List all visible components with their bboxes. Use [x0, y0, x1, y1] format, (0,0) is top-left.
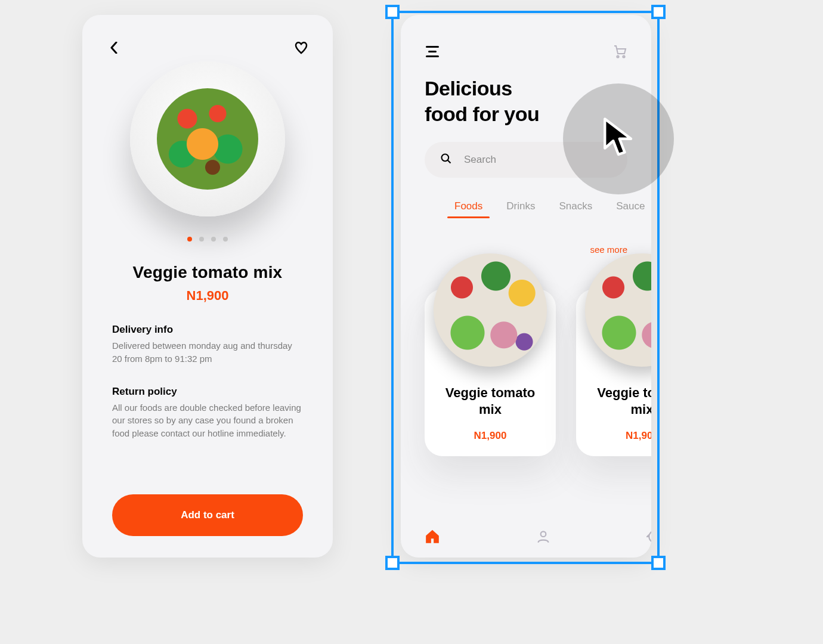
- food-card[interactable]: Veggie tomato mix N1,900: [425, 289, 556, 456]
- svg-point-5: [649, 531, 651, 543]
- nav-user-icon[interactable]: [536, 529, 551, 547]
- food-image: [434, 253, 547, 367]
- food-image: [585, 253, 651, 367]
- search-icon: [440, 153, 452, 167]
- product-title: Veggie tomato mix: [82, 263, 333, 282]
- product-price: N1,900: [82, 288, 333, 304]
- menu-icon[interactable]: [425, 44, 440, 59]
- food-price: N1,900: [425, 430, 556, 442]
- delivery-heading: Delivery info: [112, 324, 303, 336]
- delivery-section: Delivery info Delivered between monday a…: [82, 324, 333, 366]
- home-header: [401, 15, 651, 59]
- food-price: N1,900: [576, 430, 651, 442]
- svg-line-3: [448, 160, 451, 163]
- food-card[interactable]: Veggie tomato mix N1,900: [576, 289, 651, 456]
- svg-point-0: [617, 55, 618, 57]
- cart-icon[interactable]: [612, 44, 627, 59]
- svg-point-4: [541, 531, 546, 537]
- tab-drinks[interactable]: Drinks: [506, 200, 535, 218]
- hero-line-2: food for you: [425, 103, 539, 125]
- tab-sauce[interactable]: Sauce: [616, 200, 645, 218]
- tab-foods[interactable]: Foods: [454, 200, 482, 218]
- cursor-indicator: [563, 83, 674, 194]
- hero-line-1: Delicious: [425, 77, 512, 100]
- resize-handle-tr[interactable]: [651, 5, 666, 19]
- back-icon[interactable]: [106, 40, 122, 55]
- nav-history-icon[interactable]: [646, 529, 651, 547]
- tab-snacks[interactable]: Snacks: [559, 200, 592, 218]
- return-section: Return policy All our foods are double c…: [82, 386, 333, 440]
- detail-screen: Veggie tomato mix N1,900 Delivery info D…: [82, 15, 333, 558]
- gallery-dots[interactable]: [187, 237, 228, 242]
- gallery-dot[interactable]: [211, 237, 216, 242]
- product-image: [130, 61, 285, 216]
- cursor-icon: [601, 117, 636, 161]
- gallery-dot[interactable]: [199, 237, 204, 242]
- gallery-dot[interactable]: [187, 237, 192, 242]
- food-name: Veggie tomato mix: [437, 385, 544, 417]
- food-name: Veggie tomato mix: [588, 385, 651, 417]
- resize-handle-br[interactable]: [651, 556, 666, 570]
- add-to-cart-button[interactable]: Add to cart: [112, 494, 303, 536]
- food-cards-row[interactable]: Veggie tomato mix N1,900 Veggie tomato m…: [401, 259, 651, 462]
- svg-point-1: [623, 55, 624, 57]
- heart-icon[interactable]: [293, 40, 309, 55]
- return-body: All our foods are double checked before …: [112, 401, 303, 440]
- gallery-dot[interactable]: [223, 237, 228, 242]
- bottom-nav: [425, 529, 651, 547]
- svg-point-2: [442, 154, 449, 162]
- delivery-body: Delivered between monday aug and thursda…: [112, 339, 303, 366]
- product-gallery: [82, 61, 333, 242]
- see-more-link[interactable]: see more: [401, 218, 651, 255]
- detail-header: [82, 15, 333, 55]
- nav-home-icon[interactable]: [425, 529, 440, 547]
- resize-handle-tl[interactable]: [385, 5, 400, 19]
- return-heading: Return policy: [112, 386, 303, 398]
- resize-handle-bl[interactable]: [385, 556, 400, 570]
